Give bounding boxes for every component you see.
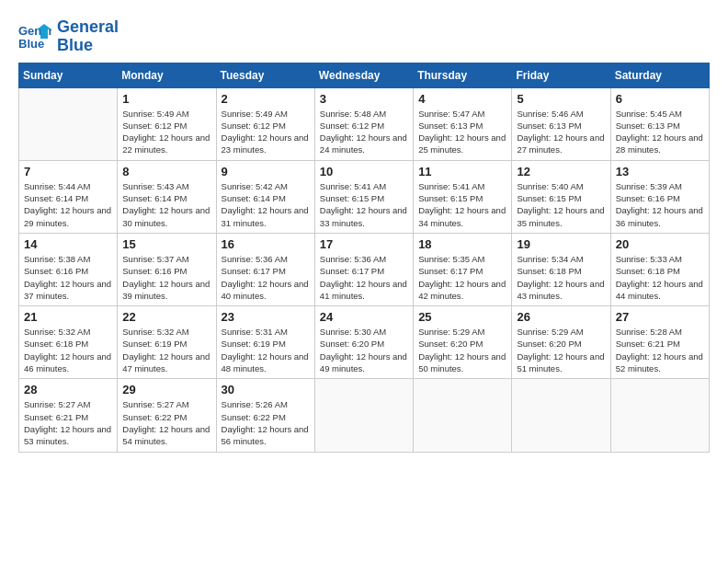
calendar-cell: 6Sunrise: 5:45 AM Sunset: 6:13 PM Daylig… <box>610 87 709 160</box>
calendar-week-4: 21Sunrise: 5:32 AM Sunset: 6:18 PM Dayli… <box>19 306 710 379</box>
calendar-cell: 14Sunrise: 5:38 AM Sunset: 6:16 PM Dayli… <box>19 233 118 305</box>
day-number: 23 <box>222 310 310 324</box>
day-number: 22 <box>122 310 210 324</box>
calendar-table: SundayMondayTuesdayWednesdayThursdayFrid… <box>18 63 710 453</box>
day-info: Sunrise: 5:36 AM Sunset: 6:17 PM Dayligh… <box>222 253 310 302</box>
weekday-header-sunday: Sunday <box>19 63 118 87</box>
day-number: 20 <box>616 237 704 251</box>
weekday-header-tuesday: Tuesday <box>216 63 314 87</box>
day-number: 12 <box>517 165 605 178</box>
day-info: Sunrise: 5:32 AM Sunset: 6:19 PM Dayligh… <box>122 326 210 374</box>
calendar-cell <box>610 379 709 452</box>
day-number: 18 <box>418 237 506 251</box>
day-info: Sunrise: 5:44 AM Sunset: 6:14 PM Dayligh… <box>24 180 112 229</box>
day-info: Sunrise: 5:35 AM Sunset: 6:17 PM Dayligh… <box>418 253 506 302</box>
day-number: 21 <box>24 310 112 324</box>
calendar-cell: 29Sunrise: 5:27 AM Sunset: 6:22 PM Dayli… <box>118 379 216 452</box>
calendar-cell: 2Sunrise: 5:49 AM Sunset: 6:12 PM Daylig… <box>216 87 314 160</box>
day-number: 11 <box>418 165 506 178</box>
logo-text: General Blue <box>57 18 119 55</box>
day-number: 19 <box>517 237 605 251</box>
logo-icon: General Blue <box>18 20 51 53</box>
day-info: Sunrise: 5:43 AM Sunset: 6:14 PM Dayligh… <box>122 180 210 229</box>
logo: General Blue General Blue <box>18 18 119 55</box>
day-number: 8 <box>122 165 210 178</box>
day-info: Sunrise: 5:36 AM Sunset: 6:17 PM Dayligh… <box>320 253 408 302</box>
day-number: 6 <box>616 92 704 106</box>
calendar-cell: 4Sunrise: 5:47 AM Sunset: 6:13 PM Daylig… <box>414 87 512 160</box>
day-info: Sunrise: 5:27 AM Sunset: 6:22 PM Dayligh… <box>122 398 210 447</box>
day-number: 29 <box>122 383 210 396</box>
day-info: Sunrise: 5:27 AM Sunset: 6:21 PM Dayligh… <box>24 398 112 447</box>
calendar-cell <box>512 379 610 452</box>
page-header: General Blue General Blue <box>18 18 710 55</box>
day-number: 28 <box>24 383 112 396</box>
calendar-cell: 16Sunrise: 5:36 AM Sunset: 6:17 PM Dayli… <box>216 233 314 305</box>
day-info: Sunrise: 5:31 AM Sunset: 6:19 PM Dayligh… <box>222 326 310 374</box>
calendar-cell: 3Sunrise: 5:48 AM Sunset: 6:12 PM Daylig… <box>314 87 413 160</box>
day-number: 25 <box>418 310 506 324</box>
calendar-cell: 19Sunrise: 5:34 AM Sunset: 6:18 PM Dayli… <box>512 233 610 305</box>
calendar-week-5: 28Sunrise: 5:27 AM Sunset: 6:21 PM Dayli… <box>19 379 710 452</box>
day-info: Sunrise: 5:47 AM Sunset: 6:13 PM Dayligh… <box>418 108 506 156</box>
calendar-cell: 23Sunrise: 5:31 AM Sunset: 6:19 PM Dayli… <box>216 306 314 379</box>
day-info: Sunrise: 5:28 AM Sunset: 6:21 PM Dayligh… <box>616 326 704 374</box>
calendar-cell: 18Sunrise: 5:35 AM Sunset: 6:17 PM Dayli… <box>414 233 512 305</box>
day-info: Sunrise: 5:48 AM Sunset: 6:12 PM Dayligh… <box>320 108 408 156</box>
day-info: Sunrise: 5:26 AM Sunset: 6:22 PM Dayligh… <box>222 398 310 447</box>
day-number: 9 <box>222 165 310 178</box>
day-number: 27 <box>616 310 704 324</box>
day-number: 17 <box>320 237 408 251</box>
day-number: 5 <box>517 92 605 106</box>
weekday-header-friday: Friday <box>512 63 610 87</box>
day-number: 7 <box>24 165 112 178</box>
svg-text:Blue: Blue <box>18 37 44 51</box>
day-info: Sunrise: 5:49 AM Sunset: 6:12 PM Dayligh… <box>122 108 210 156</box>
weekday-header-thursday: Thursday <box>414 63 512 87</box>
day-info: Sunrise: 5:29 AM Sunset: 6:20 PM Dayligh… <box>418 326 506 374</box>
day-info: Sunrise: 5:29 AM Sunset: 6:20 PM Dayligh… <box>517 326 605 374</box>
weekday-header-row: SundayMondayTuesdayWednesdayThursdayFrid… <box>19 63 710 87</box>
calendar-cell <box>314 379 413 452</box>
day-info: Sunrise: 5:41 AM Sunset: 6:15 PM Dayligh… <box>418 180 506 229</box>
calendar-cell: 26Sunrise: 5:29 AM Sunset: 6:20 PM Dayli… <box>512 306 610 379</box>
calendar-cell: 12Sunrise: 5:40 AM Sunset: 6:15 PM Dayli… <box>512 160 610 233</box>
day-info: Sunrise: 5:39 AM Sunset: 6:16 PM Dayligh… <box>616 180 704 229</box>
day-number: 2 <box>222 92 310 106</box>
day-number: 4 <box>418 92 506 106</box>
day-info: Sunrise: 5:38 AM Sunset: 6:16 PM Dayligh… <box>24 253 112 302</box>
weekday-header-monday: Monday <box>118 63 216 87</box>
day-number: 30 <box>222 383 310 396</box>
calendar-week-1: 1Sunrise: 5:49 AM Sunset: 6:12 PM Daylig… <box>19 87 710 160</box>
day-info: Sunrise: 5:41 AM Sunset: 6:15 PM Dayligh… <box>320 180 408 229</box>
day-number: 15 <box>122 237 210 251</box>
day-info: Sunrise: 5:33 AM Sunset: 6:18 PM Dayligh… <box>616 253 704 302</box>
calendar-cell: 13Sunrise: 5:39 AM Sunset: 6:16 PM Dayli… <box>610 160 709 233</box>
calendar-cell: 10Sunrise: 5:41 AM Sunset: 6:15 PM Dayli… <box>314 160 413 233</box>
calendar-cell <box>414 379 512 452</box>
calendar-cell: 17Sunrise: 5:36 AM Sunset: 6:17 PM Dayli… <box>314 233 413 305</box>
day-info: Sunrise: 5:34 AM Sunset: 6:18 PM Dayligh… <box>517 253 605 302</box>
calendar-cell: 20Sunrise: 5:33 AM Sunset: 6:18 PM Dayli… <box>610 233 709 305</box>
day-number: 24 <box>320 310 408 324</box>
day-info: Sunrise: 5:49 AM Sunset: 6:12 PM Dayligh… <box>222 108 310 156</box>
day-number: 13 <box>616 165 704 178</box>
day-number: 10 <box>320 165 408 178</box>
day-number: 3 <box>320 92 408 106</box>
day-info: Sunrise: 5:32 AM Sunset: 6:18 PM Dayligh… <box>24 326 112 374</box>
calendar-cell: 11Sunrise: 5:41 AM Sunset: 6:15 PM Dayli… <box>414 160 512 233</box>
calendar-cell: 1Sunrise: 5:49 AM Sunset: 6:12 PM Daylig… <box>118 87 216 160</box>
day-info: Sunrise: 5:46 AM Sunset: 6:13 PM Dayligh… <box>517 108 605 156</box>
calendar-cell: 8Sunrise: 5:43 AM Sunset: 6:14 PM Daylig… <box>118 160 216 233</box>
calendar-cell: 5Sunrise: 5:46 AM Sunset: 6:13 PM Daylig… <box>512 87 610 160</box>
day-info: Sunrise: 5:37 AM Sunset: 6:16 PM Dayligh… <box>122 253 210 302</box>
calendar-cell: 7Sunrise: 5:44 AM Sunset: 6:14 PM Daylig… <box>19 160 118 233</box>
day-number: 14 <box>24 237 112 251</box>
calendar-cell: 28Sunrise: 5:27 AM Sunset: 6:21 PM Dayli… <box>19 379 118 452</box>
calendar-week-2: 7Sunrise: 5:44 AM Sunset: 6:14 PM Daylig… <box>19 160 710 233</box>
day-info: Sunrise: 5:30 AM Sunset: 6:20 PM Dayligh… <box>320 326 408 374</box>
weekday-header-saturday: Saturday <box>610 63 709 87</box>
calendar-cell: 21Sunrise: 5:32 AM Sunset: 6:18 PM Dayli… <box>19 306 118 379</box>
calendar-cell: 22Sunrise: 5:32 AM Sunset: 6:19 PM Dayli… <box>118 306 216 379</box>
calendar-week-3: 14Sunrise: 5:38 AM Sunset: 6:16 PM Dayli… <box>19 233 710 305</box>
